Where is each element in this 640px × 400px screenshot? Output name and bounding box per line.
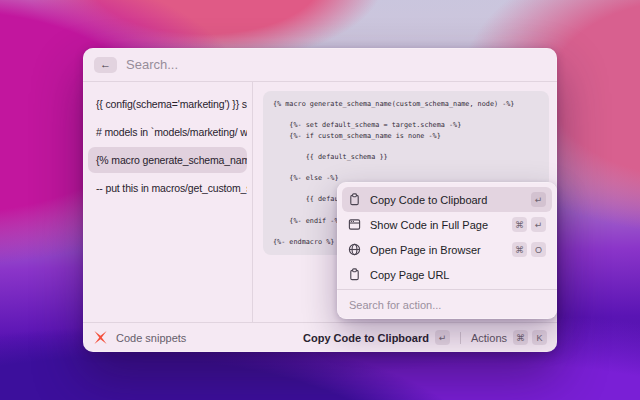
key-badge: ⌘	[513, 330, 528, 345]
key-badge: ⌘	[512, 217, 527, 232]
snippet-list: {{ config(schema='marketing') }} sel... …	[83, 82, 253, 322]
clipboard-icon	[348, 193, 361, 206]
list-item-label: {% macro generate_schema_name(c...	[96, 154, 247, 166]
actions-button[interactable]: Actions	[471, 332, 507, 344]
menu-item-label: Copy Page URL	[370, 269, 546, 281]
list-item[interactable]: {% macro generate_schema_name(c...	[88, 147, 247, 173]
list-item-label: {{ config(schema='marketing') }} sel...	[96, 98, 247, 110]
list-item-label: # models in `models/marketing/ will...	[96, 126, 247, 138]
key-badge: ↵	[435, 330, 450, 345]
primary-action-button[interactable]: Copy Code to Clipboard	[303, 332, 429, 344]
clipboard-icon	[348, 268, 361, 281]
extension-logo-icon	[93, 330, 108, 345]
actions-menu-items: Copy Code to Clipboard ↵ Show Code in Fu…	[337, 182, 557, 289]
globe-icon	[348, 243, 361, 256]
action-search-placeholder: Search for action...	[349, 299, 441, 311]
search-input[interactable]: Search...	[126, 57, 178, 72]
status-bar-left: Code snippets	[93, 330, 186, 345]
menu-item[interactable]: Copy Page URL	[342, 262, 552, 287]
command-title: Code snippets	[116, 332, 186, 344]
list-item[interactable]: # models in `models/marketing/ will...	[88, 119, 247, 145]
menu-item-label: Show Code in Full Page	[370, 219, 512, 231]
menu-item-shortcut: ⌘O	[512, 242, 546, 257]
key-badge: ↵	[531, 192, 546, 207]
menu-item-label: Copy Code to Clipboard	[370, 194, 531, 206]
menu-item-shortcut: ⌘↵	[512, 217, 546, 232]
primary-action-shortcut: ↵	[435, 330, 450, 345]
status-bar-right: Copy Code to Clipboard ↵ Actions ⌘K	[303, 330, 547, 345]
menu-item-label: Open Page in Browser	[370, 244, 512, 256]
arrow-left-icon: ←	[100, 59, 111, 70]
window-icon	[348, 218, 361, 231]
actions-shortcut: ⌘K	[513, 330, 547, 345]
key-badge: O	[531, 242, 546, 257]
menu-item[interactable]: Open Page in Browser ⌘O	[342, 237, 552, 262]
footer-divider	[460, 332, 461, 344]
key-badge: ↵	[531, 217, 546, 232]
list-item[interactable]: -- put this in macros/get_custom_sc...	[88, 175, 247, 201]
search-header: ← Search...	[83, 48, 557, 82]
list-item-label: -- put this in macros/get_custom_sc...	[96, 182, 247, 194]
key-badge: ⌘	[512, 242, 527, 257]
launcher-window: ← Search... {{ config(schema='marketing'…	[83, 48, 557, 352]
key-badge: K	[532, 330, 547, 345]
menu-item[interactable]: Show Code in Full Page ⌘↵	[342, 212, 552, 237]
action-search-field[interactable]: Search for action...	[337, 289, 557, 319]
menu-item[interactable]: Copy Code to Clipboard ↵	[342, 187, 552, 212]
status-bar: Code snippets Copy Code to Clipboard ↵ A…	[83, 322, 557, 352]
back-button[interactable]: ←	[94, 57, 117, 73]
menu-item-shortcut: ↵	[531, 192, 546, 207]
actions-menu: Copy Code to Clipboard ↵ Show Code in Fu…	[337, 182, 557, 319]
list-item[interactable]: {{ config(schema='marketing') }} sel...	[88, 91, 247, 117]
